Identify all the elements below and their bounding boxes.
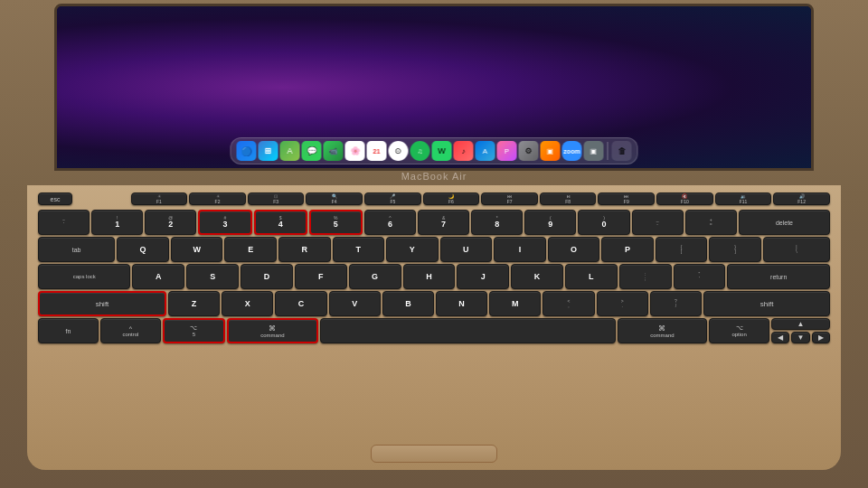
key-8[interactable]: * 8 (471, 210, 523, 235)
key-6[interactable]: ^ 6 (364, 210, 416, 235)
key-arrow-down[interactable]: ▼ (791, 332, 809, 343)
key-f4[interactable]: 🔍F4 (306, 192, 363, 205)
key-f10[interactable]: 🔇F10 (656, 192, 713, 205)
key-command-left[interactable]: ⌘ command (227, 318, 318, 343)
key-fn[interactable]: fn (38, 318, 99, 343)
key-quote[interactable]: "' (674, 264, 726, 289)
key-x[interactable]: X (222, 291, 273, 316)
key-5[interactable]: % 5 (309, 210, 363, 235)
key-d[interactable]: D (241, 264, 293, 289)
key-j[interactable]: J (457, 264, 509, 289)
key-arrow-up[interactable]: ▲ (771, 318, 830, 330)
dock-app17[interactable]: ▣ (584, 141, 604, 161)
bottom-row: fn ^ control ⌥ 5 ⌘ command ⌘ command ⌥ o… (38, 318, 830, 343)
dock-sysprefs[interactable]: ⚙ (519, 141, 539, 161)
key-k[interactable]: K (511, 264, 563, 289)
key-a[interactable]: A (132, 264, 184, 289)
key-delete[interactable]: delete (739, 210, 830, 235)
key-comma[interactable]: <, (542, 291, 594, 316)
key-e[interactable]: E (224, 237, 277, 262)
key-command-right[interactable]: ⌘ command (618, 318, 707, 343)
key-q[interactable]: Q (117, 237, 169, 262)
key-minus[interactable]: _ - (632, 210, 684, 235)
key-g[interactable]: G (349, 264, 401, 289)
key-s[interactable]: S (186, 264, 239, 289)
key-w[interactable]: W (171, 237, 223, 262)
key-f9[interactable]: ⏭F9 (598, 192, 655, 205)
key-f3[interactable]: ⊡F3 (248, 192, 305, 205)
dock-launchpad[interactable]: ⊞ (259, 141, 278, 161)
key-arrow-left[interactable]: ◀ (771, 332, 789, 343)
dock-appstore[interactable]: A (280, 141, 300, 161)
key-option-left[interactable]: ⌥ 5 (163, 318, 225, 343)
key-backslash[interactable]: |\ (763, 237, 830, 262)
key-1[interactable]: ! 1 (91, 210, 143, 235)
key-slash[interactable]: ?/ (650, 291, 702, 316)
key-f6[interactable]: 🌙F6 (423, 192, 480, 205)
dock-calendar[interactable]: 21 (367, 141, 387, 161)
key-f8[interactable]: ⏯F8 (540, 192, 597, 205)
key-9[interactable]: ( 9 (524, 210, 576, 235)
key-f7[interactable]: ⏮F7 (481, 192, 538, 205)
key-shift-right[interactable]: shift (703, 291, 830, 316)
dock-appstore2[interactable]: A (476, 141, 495, 161)
key-f5[interactable]: 🎤F5 (364, 192, 421, 205)
key-esc-label: esc (51, 196, 61, 202)
key-7[interactable]: & 7 (418, 210, 469, 235)
macos-dock: 🔵 ⊞ A 💬 📹 🌸 21 (231, 137, 638, 164)
dock-zoom[interactable]: zoom (562, 141, 582, 161)
key-f11[interactable]: 🔉F11 (715, 192, 772, 205)
key-spacebar[interactable] (320, 318, 616, 343)
key-semicolon[interactable]: :; (619, 264, 672, 289)
dock-trash[interactable]: 🗑 (612, 141, 632, 161)
key-2[interactable]: @ 2 (145, 210, 196, 235)
dock-messages[interactable]: 💬 (302, 141, 322, 161)
key-3[interactable]: # 3 (198, 210, 251, 235)
key-f12[interactable]: 🔊F12 (773, 192, 830, 205)
key-o[interactable]: O (548, 237, 600, 262)
key-esc[interactable]: esc (38, 192, 72, 205)
key-p[interactable]: P (601, 237, 654, 262)
dock-pixelmator[interactable]: P (497, 141, 517, 161)
touchpad[interactable] (371, 445, 497, 463)
key-z[interactable]: Z (168, 291, 220, 316)
key-b[interactable]: B (382, 291, 434, 316)
key-return[interactable]: return (727, 264, 830, 289)
key-r[interactable]: R (278, 237, 331, 262)
key-u[interactable]: U (440, 237, 493, 262)
key-y[interactable]: Y (386, 237, 439, 262)
dock-app15[interactable]: ▣ (541, 141, 561, 161)
key-f2[interactable]: ☀F2 (189, 192, 246, 205)
dock-chrome[interactable]: ⊙ (389, 141, 409, 161)
key-v[interactable]: V (329, 291, 381, 316)
key-shift-left[interactable]: shift (38, 291, 166, 316)
key-capslock[interactable]: caps lock (38, 264, 130, 289)
key-m[interactable]: M (489, 291, 541, 316)
key-0[interactable]: ) 0 (578, 210, 629, 235)
dock-photos[interactable]: 🌸 (345, 141, 365, 161)
key-tilde[interactable]: ~ ` (38, 210, 90, 235)
dock-facetime[interactable]: 📹 (324, 141, 344, 161)
dock-whatsapp[interactable]: W (432, 141, 452, 161)
key-t[interactable]: T (333, 237, 385, 262)
key-arrow-right[interactable]: ▶ (812, 332, 830, 343)
key-rbracket[interactable]: }] (709, 237, 761, 262)
key-c[interactable]: C (275, 291, 326, 316)
key-control[interactable]: ^ control (100, 318, 161, 343)
key-equals[interactable]: + = (685, 210, 737, 235)
key-period[interactable]: >. (597, 291, 648, 316)
key-h[interactable]: H (403, 264, 456, 289)
key-l[interactable]: L (565, 264, 618, 289)
key-f1[interactable]: ☀F1 (131, 192, 188, 205)
key-n[interactable]: N (436, 291, 487, 316)
key-tab[interactable]: tab (38, 237, 115, 262)
dock-music[interactable]: ♪ (454, 141, 474, 161)
dock-spotify[interactable]: ♫ (410, 141, 430, 161)
key-lbracket[interactable]: {[ (656, 237, 708, 262)
key-option-right[interactable]: ⌥ option (709, 318, 769, 343)
dock-finder[interactable]: 🔵 (237, 141, 257, 161)
asdf-row: caps lock A S D F G H J K L :; "' return (38, 264, 830, 289)
key-f[interactable]: F (295, 264, 347, 289)
key-4[interactable]: $ 4 (254, 210, 307, 235)
key-i[interactable]: I (494, 237, 546, 262)
